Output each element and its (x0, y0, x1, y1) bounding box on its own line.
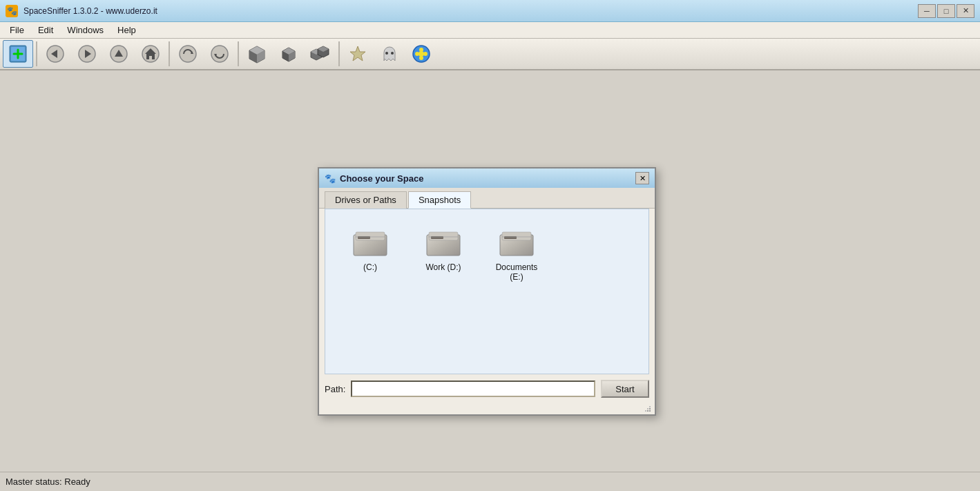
drive-d-label: Work (D:) (425, 262, 461, 272)
menu-edit[interactable]: Edit (31, 23, 60, 37)
boxes-icon (309, 44, 332, 64)
svg-rect-54 (649, 406, 651, 407)
status-text: Master status: Ready (6, 476, 90, 487)
drive-c-label: (C:) (363, 262, 377, 272)
dialog-footer: Path: Start (319, 374, 655, 403)
sep4 (338, 41, 340, 66)
drive-e-label: Documents (E:) (490, 262, 543, 282)
svg-rect-53 (647, 408, 648, 410)
resize-grip[interactable] (319, 403, 655, 414)
forward-button[interactable] (72, 40, 102, 68)
svg-rect-50 (647, 410, 648, 412)
back-icon (46, 44, 65, 64)
drive-e-item[interactable]: Documents (E:) (486, 223, 548, 287)
start-button[interactable]: Start (601, 380, 649, 398)
title-bar: 🐾 SpaceSniffer 1.3.0.2 - www.uderzo.it ─… (0, 0, 980, 22)
tab-snapshots[interactable]: Snapshots (408, 191, 471, 209)
restore-btn[interactable]: □ (937, 4, 955, 18)
menu-bar: File Edit Windows Help (0, 22, 980, 39)
flower-icon (412, 44, 431, 64)
refresh-button[interactable] (173, 40, 203, 68)
svg-marker-28 (350, 46, 365, 61)
box2-icon (278, 44, 299, 64)
dialog-title-text: Choose your Space (340, 173, 423, 184)
box1-button[interactable] (242, 40, 272, 68)
dialog-content-area: (C:) (325, 209, 649, 374)
drive-d-item[interactable]: Work (D:) (412, 223, 474, 287)
back-button[interactable] (40, 40, 70, 68)
toolbar (0, 39, 980, 70)
box2-button[interactable] (273, 40, 304, 68)
forward-icon (77, 44, 97, 64)
dialog-close-button[interactable]: ✕ (635, 172, 649, 184)
app-icon: 🐾 (6, 5, 18, 17)
home-icon (141, 44, 160, 64)
title-bar-controls: ─ □ ✕ (918, 4, 974, 18)
sep3 (238, 41, 239, 66)
box1-icon (247, 44, 267, 64)
menu-help[interactable]: Help (111, 23, 143, 37)
dialog-title-left: 🐾 Choose your Space (325, 173, 423, 184)
star-button[interactable] (343, 40, 373, 68)
new-tab-button[interactable] (3, 40, 33, 68)
svg-rect-40 (355, 236, 385, 238)
close-btn[interactable]: ✕ (957, 4, 974, 18)
star-icon (348, 44, 367, 64)
dialog-tabs: Drives or Paths Snapshots (319, 188, 655, 209)
ghost-icon (380, 44, 399, 64)
refresh2-button[interactable] (204, 40, 235, 68)
boxes-button[interactable] (305, 40, 336, 68)
path-input[interactable] (351, 381, 595, 397)
svg-point-14 (211, 46, 228, 62)
svg-rect-49 (649, 410, 651, 412)
flower-button[interactable] (406, 40, 436, 68)
sep1 (36, 41, 37, 66)
svg-point-29 (385, 52, 388, 55)
svg-point-12 (180, 46, 196, 62)
status-bar: Master status: Ready (0, 472, 980, 491)
svg-rect-51 (649, 408, 651, 410)
main-area: 🐾 Choose your Space ✕ Drives or Paths Sn… (0, 70, 980, 472)
menu-file[interactable]: File (3, 23, 31, 37)
up-button[interactable] (104, 40, 134, 68)
dialog-title-bar: 🐾 Choose your Space ✕ (319, 169, 655, 188)
drive-c-icon (352, 228, 388, 258)
svg-point-36 (419, 51, 424, 57)
new-tab-icon (8, 44, 28, 64)
drive-d-icon (425, 228, 461, 258)
tab-drives[interactable]: Drives or Paths (325, 191, 407, 209)
svg-rect-44 (428, 236, 459, 238)
drive-c-item[interactable]: (C:) (339, 223, 401, 287)
menu-windows[interactable]: Windows (60, 23, 111, 37)
dialog-overlay: 🐾 Choose your Space ✕ Drives or Paths Sn… (0, 70, 980, 472)
title-bar-left: 🐾 SpaceSniffer 1.3.0.2 - www.uderzo.it (6, 5, 157, 17)
svg-point-30 (391, 52, 394, 55)
refresh2-icon (210, 44, 229, 64)
resize-grip-icon (644, 405, 652, 413)
minimize-btn[interactable]: ─ (918, 4, 936, 18)
dialog-title-icon: 🐾 (325, 173, 336, 184)
drive-e-icon (499, 228, 535, 258)
app-title: SpaceSniffer 1.3.0.2 - www.uderzo.it (23, 6, 157, 16)
choose-space-dialog: 🐾 Choose your Space ✕ Drives or Paths Sn… (318, 167, 656, 416)
path-label: Path: (325, 384, 345, 394)
up-icon (109, 44, 128, 64)
ghost-button[interactable] (374, 40, 405, 68)
home-button[interactable] (135, 40, 166, 68)
svg-rect-52 (645, 410, 646, 412)
svg-rect-48 (501, 236, 532, 238)
sep2 (169, 41, 170, 66)
refresh-icon (178, 44, 198, 64)
